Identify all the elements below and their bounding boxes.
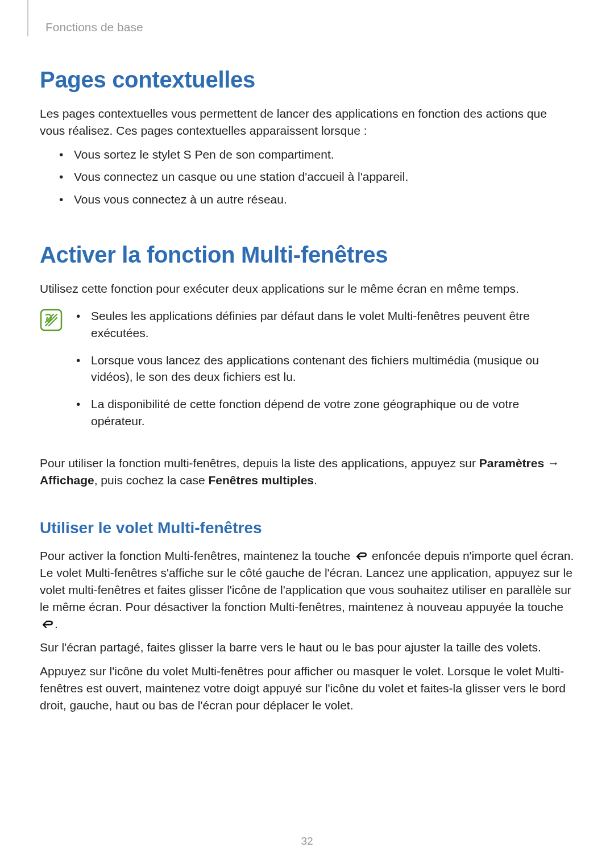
section1-intro: Les pages contextuelles vous permettent … [40,105,574,139]
section-multi-fenetres: Activer la fonction Multi-fenêtres Utili… [40,242,574,714]
subsection-p2: Sur l'écran partagé, faites glisser la b… [40,639,574,656]
header-rule [27,0,28,36]
text-fragment: Pour utiliser la fonction multi-fenêtres… [40,456,479,470]
section2-intro: Utilisez cette fonction pour exécuter de… [40,280,574,297]
section-title-pages-contextuelles: Pages contextuelles [40,67,574,93]
list-item: La disponibilité de cette fonction dépen… [76,396,574,430]
document-page: Fonctions de base Pages contextuelles Le… [0,0,614,868]
subsection-p3: Appuyez sur l'icône du volet Multi-fenêt… [40,663,574,713]
back-key-icon [40,617,55,628]
text-fragment: . [55,617,58,630]
list-item: Lorsque vous lancez des applications con… [76,352,574,386]
subsection-title-utiliser-volet: Utiliser le volet Multi-fenêtres [40,519,574,537]
list-item: Seules les applications définies par déf… [76,308,574,342]
bold-fenetres-multiples: Fenêtres multiples [208,474,314,487]
section-title-multi-fenetres: Activer la fonction Multi-fenêtres [40,242,574,268]
list-item: Vous sortez le stylet S Pen de son compa… [59,146,574,163]
text-fragment: . [314,474,317,487]
back-key-icon [354,549,368,559]
subsection-p1: Pour activer la fonction Multi-fenêtres,… [40,547,574,632]
note-block: Seules les applications définies par déf… [40,308,574,440]
note-icon [40,309,63,331]
bold-parameters: Paramètres [479,456,544,470]
bold-affichage: Affichage [40,474,94,487]
note-bullet-list: Seules les applications définies par déf… [76,308,574,440]
section1-bullet-list: Vous sortez le stylet S Pen de son compa… [40,146,574,208]
text-fragment: , puis cochez la case [94,474,209,487]
running-header: Fonctions de base [45,20,574,34]
page-number: 32 [0,835,614,848]
section2-usage-paragraph: Pour utiliser la fonction multi-fenêtres… [40,455,574,489]
arrow-text: → [544,456,559,470]
list-item: Vous vous connectez à un autre réseau. [59,191,574,208]
list-item: Vous connectez un casque ou une station … [59,168,574,185]
text-fragment: Pour activer la fonction Multi-fenêtres,… [40,549,354,562]
